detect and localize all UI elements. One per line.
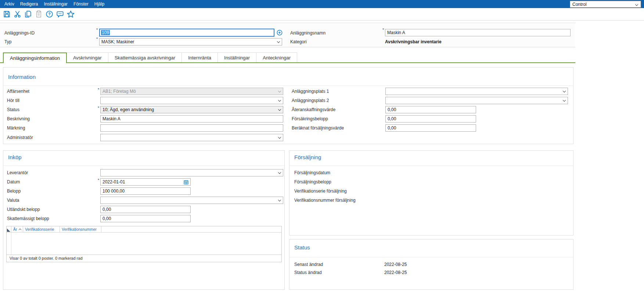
divider [289,257,573,257]
required-marker: * [98,178,99,182]
required-marker: * [382,28,384,32]
cut-icon[interactable] [12,9,22,19]
anlaggnings-id-label: Anläggnings-ID [4,30,35,36]
utlandskt-belopp-input[interactable]: 0,00 [100,206,191,213]
tabstrip: Anläggningsinformation Avskrivningar Ska… [3,52,297,63]
control-dropdown[interactable]: Control [570,1,641,8]
verifikationserie-forsaljning-label: Verifikationserie försäljning [294,189,347,194]
datum-label: Datum [7,179,20,184]
form-row: Utländskt belopp 0,00 [3,205,284,215]
calendar-icon[interactable] [184,180,188,184]
form-row: Anläggningsplats 2 [3,96,573,106]
form-row: Verifikationsnummer försäljning [289,196,573,205]
grid-select-all-cell[interactable] [7,226,11,232]
menu-redigera[interactable]: Redigera [17,0,41,8]
chevron-down-icon [635,3,638,6]
forsakringsbelopp-label: Försäkringsbelopp [292,116,328,121]
tab-internranta[interactable]: Internränta [182,52,218,62]
status-andrad-value: 2022-08-25 [384,270,407,275]
belopp-input[interactable]: 100 000,00 [100,187,191,195]
grid-header: År Verifikationsserie Verifikationsnumme… [7,226,281,233]
form-row: Anläggningsplats 1 [3,87,573,96]
utlandskt-belopp-label: Utländskt belopp [7,207,40,212]
divider [3,165,284,166]
comment-icon[interactable] [55,9,65,19]
administrator-label: Administratör [7,135,33,140]
anlaggnings-id-input[interactable]: 109 [99,29,274,37]
leverantor-label: Leverantör [7,170,28,175]
divider [3,85,573,86]
beraknat-forsaljningsvarde-input[interactable]: 0,00 [385,124,476,132]
copy-icon[interactable] [23,9,33,19]
ateranskaffningsvarde-label: Återanskaffningsvärde [292,107,335,112]
form-row: Verifikationserie försäljning [289,187,573,196]
valuta-dropdown[interactable] [100,197,283,204]
required-marker: * [96,37,98,41]
application-window: Arkiv Redigera Inställningar Fönster Hjä… [0,0,644,296]
typ-dropdown[interactable]: MASK; Maskiner [99,38,282,45]
section-title: Inköp [8,154,22,160]
menu-hjalp[interactable]: Hjälp [91,0,107,8]
kategori-label: Kategori [290,39,307,44]
form-row: Försäkringsbelopp 0,00 [3,115,573,124]
grid-col-filler [101,226,281,232]
anlaggningsplats2-dropdown[interactable] [385,97,568,104]
leverantor-dropdown[interactable] [100,169,283,176]
menu-installningar[interactable]: Inställningar [41,0,71,8]
verifikationsnummer-forsaljning-label: Verifikationsnummer försäljning [294,198,356,203]
selected-text: 109 [101,30,110,35]
grid-col-verifikationsserie[interactable]: Verifikationsserie [23,226,60,232]
required-marker: * [96,28,98,32]
skattemassigt-belopp-label: Skattemässigt belopp [7,216,49,221]
tab-anlaggningsinformation[interactable]: Anläggningsinformation [3,52,67,63]
menu-fonster[interactable]: Fönster [71,0,91,8]
anlaggningsnamn-input[interactable]: Maskin A [385,29,571,36]
forsakringsbelopp-input[interactable]: 0,00 [385,115,476,123]
tab-anteckningar[interactable]: Anteckningar [256,52,297,62]
forsaljningsbelopp-label: Försäljningsbelopp [294,179,331,184]
status-section: Status Senast ändrad 2022-08-25 Status ä… [289,239,573,290]
senast-andrad-value: 2022-08-25 [384,262,407,267]
skattemassigt-belopp-input[interactable]: 0,00 [100,215,191,222]
select-all-triangle-icon [7,229,10,232]
header-panel: Anläggnings-ID * 109 Anläggningsnamn * M… [0,23,575,47]
form-row: Beräknat försäljningsvärde 0,00 [3,124,573,133]
section-title: Status [294,244,310,251]
anlaggningsplats1-dropdown[interactable] [385,88,568,95]
chevron-down-icon [563,99,566,102]
information-section: Information Affärsenhet * AB1; Företag M… [3,67,573,144]
save-icon[interactable] [1,9,12,19]
anlaggningsplats1-label: Anläggningsplats 1 [292,89,329,94]
chevron-down-icon [278,198,281,201]
section-title: Information [8,74,36,80]
tab-installningar[interactable]: Inställningar [218,52,256,62]
grid-row-gutter [7,233,11,255]
grid-col-verifikationsnummer[interactable]: Verifikationsnummer [60,226,101,232]
grid-col-ar[interactable]: År [11,226,23,232]
anlaggningsnamn-label: Anläggningsnamn [290,30,325,36]
forsaljningsdatum-label: Försäljningsdatum [294,170,330,175]
help-icon[interactable]: ? [44,9,54,19]
datum-input[interactable]: 2022-01-01 [100,178,191,186]
form-row: Leverantör [3,169,284,178]
form-row: Återanskaffningsvärde 0,00 [3,106,573,115]
favorite-icon[interactable] [65,9,76,19]
anlaggningsplats2-label: Anläggningsplats 2 [292,98,329,103]
form-row: Administratör [3,134,573,143]
administrator-dropdown[interactable] [100,134,283,141]
grid-footer: Visar 0 av totalt 0 poster. 0 markerad r… [7,255,281,262]
forsaljning-section: Försäljning Försäljningsdatum Försäljnin… [289,150,573,235]
verifikation-grid: År Verifikationsserie Verifikationsnumme… [6,226,282,262]
ateranskaffningsvarde-input[interactable]: 0,00 [385,106,476,113]
belopp-label: Belopp [7,189,21,194]
kategori-value: Avskrivningsbar inventarie [385,39,442,44]
menu-arkiv[interactable]: Arkiv [1,0,17,8]
svg-text:?: ? [48,12,50,16]
tab-avskrivningar[interactable]: Avskrivningar [67,52,108,62]
sort-ascending-icon [18,228,21,231]
form-row: Försäljningsdatum [289,169,573,178]
valuta-label: Valuta [7,198,19,203]
grid-body[interactable] [7,233,281,255]
tab-skattemassiga-avskrivningar[interactable]: Skattemässiga avskrivningar [108,52,182,62]
goto-icon[interactable] [277,30,283,36]
